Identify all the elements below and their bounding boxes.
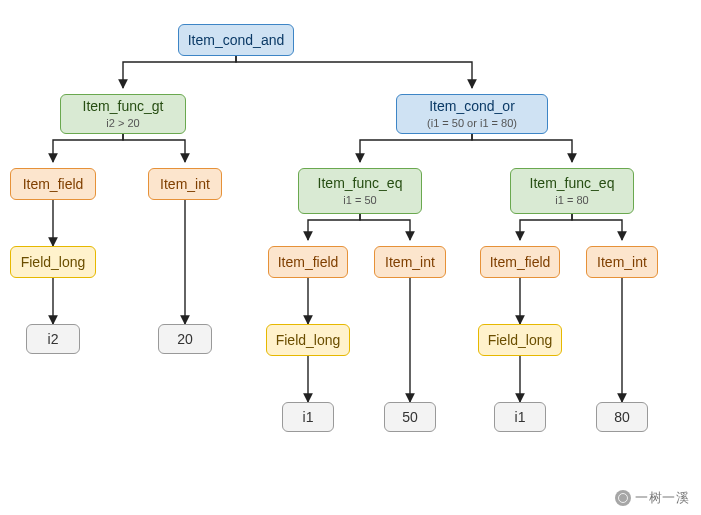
node-field-long-eq2: Field_long — [478, 324, 562, 356]
node-item-field-eq2: Item_field — [480, 246, 560, 278]
watermark: 一树一溪 — [615, 489, 689, 507]
node-item-int-eq2: Item_int — [586, 246, 658, 278]
node-field-long-eq1: Field_long — [266, 324, 350, 356]
sublabel: i2 > 20 — [106, 117, 139, 130]
label: Item_int — [160, 176, 210, 193]
node-item-int-eq1: Item_int — [374, 246, 446, 278]
label: Item_int — [385, 254, 435, 271]
node-field-long-l: Field_long — [10, 246, 96, 278]
node-root-and: Item_cond_and — [178, 24, 294, 56]
label: Item_cond_and — [188, 32, 285, 49]
label: 20 — [177, 331, 193, 348]
sublabel: i1 = 50 — [343, 194, 376, 207]
leaf-eq2-80: 80 — [596, 402, 648, 432]
node-item-field-eq1: Item_field — [268, 246, 348, 278]
label: Item_func_eq — [318, 175, 403, 192]
watermark-icon — [615, 490, 631, 506]
label: i1 — [515, 409, 526, 426]
sublabel: i1 = 80 — [555, 194, 588, 207]
node-func-eq-1: Item_func_eqi1 = 50 — [298, 168, 422, 214]
label: Field_long — [488, 332, 553, 349]
label: Item_func_eq — [530, 175, 615, 192]
label: Field_long — [276, 332, 341, 349]
label: i2 — [48, 331, 59, 348]
node-func-eq-2: Item_func_eqi1 = 80 — [510, 168, 634, 214]
watermark-text: 一树一溪 — [635, 489, 689, 507]
leaf-eq1-50: 50 — [384, 402, 436, 432]
label: Item_cond_or — [429, 98, 515, 115]
label: 80 — [614, 409, 630, 426]
label: Item_field — [23, 176, 84, 193]
label: Item_int — [597, 254, 647, 271]
label: Item_field — [490, 254, 551, 271]
node-item-field-l: Item_field — [10, 168, 96, 200]
node-item-int-l: Item_int — [148, 168, 222, 200]
leaf-eq2-i1: i1 — [494, 402, 546, 432]
label: Item_field — [278, 254, 339, 271]
label: i1 — [303, 409, 314, 426]
label: Field_long — [21, 254, 86, 271]
leaf-eq1-i1: i1 — [282, 402, 334, 432]
node-func-gt: Item_func_gti2 > 20 — [60, 94, 186, 134]
leaf-i2: i2 — [26, 324, 80, 354]
sublabel: (i1 = 50 or i1 = 80) — [427, 117, 517, 130]
node-cond-or: Item_cond_or(i1 = 50 or i1 = 80) — [396, 94, 548, 134]
label: 50 — [402, 409, 418, 426]
label: Item_func_gt — [83, 98, 164, 115]
leaf-20: 20 — [158, 324, 212, 354]
